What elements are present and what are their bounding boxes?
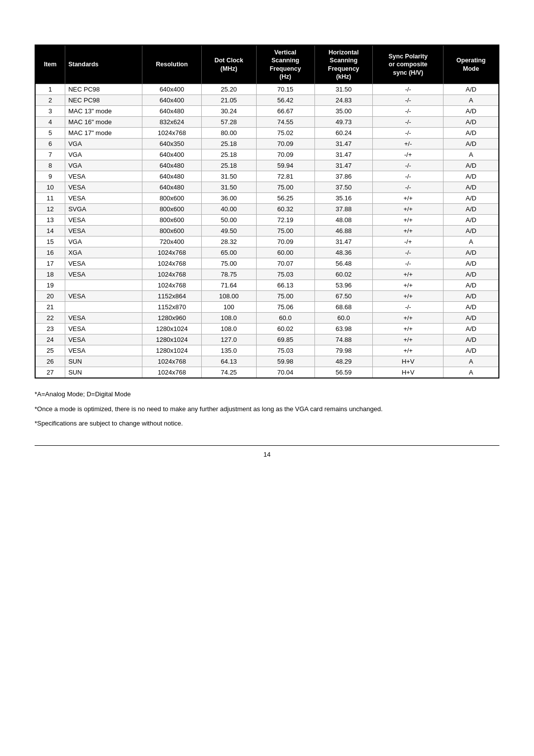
cell-dotclock: 135.0 <box>202 345 256 356</box>
cell-sync: -/+ <box>373 236 444 247</box>
cell-vertical: 75.00 <box>256 226 314 236</box>
cell-horizontal: 60.02 <box>314 269 373 280</box>
cell-dotclock: 40.00 <box>202 204 256 215</box>
cell-item: 22 <box>35 313 65 324</box>
cell-horizontal: 31.47 <box>314 149 373 160</box>
table-row: 25 VESA 1280x1024 135.0 75.03 79.98 +/+ … <box>35 345 499 356</box>
cell-horizontal: 35.16 <box>314 193 373 204</box>
cell-horizontal: 31.47 <box>314 139 373 149</box>
header-sync: Sync Polarityor compositesync (H/V) <box>373 45 444 84</box>
cell-vertical: 56.42 <box>256 95 314 106</box>
cell-dotclock: 49.50 <box>202 226 256 236</box>
cell-vertical: 75.03 <box>256 345 314 356</box>
cell-resolution: 640x400 <box>142 95 202 106</box>
timing-table: Item Standards Resolution Dot Clock(MHz)… <box>35 45 499 378</box>
cell-resolution: 1024x768 <box>142 367 202 378</box>
table-row: 22 VESA 1280x960 108.0 60.0 60.0 +/+ A/D <box>35 313 499 324</box>
header-vertical: VerticalScanningFrequency(Hz) <box>256 45 314 84</box>
cell-resolution: 640x480 <box>142 106 202 117</box>
cell-item: 16 <box>35 247 65 258</box>
cell-resolution: 640x480 <box>142 182 202 193</box>
cell-horizontal: 37.88 <box>314 204 373 215</box>
cell-dotclock: 25.18 <box>202 149 256 160</box>
cell-mode: A <box>444 95 499 106</box>
cell-standards: XGA <box>65 247 142 258</box>
cell-mode: A/D <box>444 345 499 356</box>
table-row: 8 VGA 640x480 25.18 59.94 31.47 -/- A/D <box>35 160 499 171</box>
cell-vertical: 70.09 <box>256 149 314 160</box>
cell-standards: VESA <box>65 193 142 204</box>
cell-resolution: 1280x1024 <box>142 334 202 345</box>
cell-standards <box>65 302 142 313</box>
table-row: 23 VESA 1280x1024 108.0 60.02 63.98 +/+ … <box>35 324 499 334</box>
footnote-2: *Once a mode is optimized, there is no n… <box>35 404 499 414</box>
cell-resolution: 1024x768 <box>142 269 202 280</box>
cell-resolution: 1280x1024 <box>142 324 202 334</box>
cell-item: 19 <box>35 280 65 291</box>
table-row: 6 VGA 640x350 25.18 70.09 31.47 +/- A/D <box>35 139 499 149</box>
cell-sync: -/- <box>373 84 444 95</box>
header-resolution: Resolution <box>142 45 202 84</box>
table-row: 18 VESA 1024x768 78.75 75.03 60.02 +/+ A… <box>35 269 499 280</box>
cell-sync: -/- <box>373 182 444 193</box>
cell-horizontal: 60.0 <box>314 313 373 324</box>
cell-dotclock: 64.13 <box>202 356 256 367</box>
cell-horizontal: 49.73 <box>314 117 373 128</box>
cell-sync: +/+ <box>373 193 444 204</box>
cell-mode: A/D <box>444 182 499 193</box>
cell-mode: A/D <box>444 313 499 324</box>
cell-mode: A/D <box>444 247 499 258</box>
cell-standards: SVGA <box>65 204 142 215</box>
cell-sync: +/+ <box>373 204 444 215</box>
cell-sync: -/- <box>373 95 444 106</box>
header-horizontal: HorizontalScanningFrequency(kHz) <box>314 45 373 84</box>
cell-dotclock: 25.18 <box>202 139 256 149</box>
cell-mode: A/D <box>444 258 499 269</box>
cell-dotclock: 75.00 <box>202 258 256 269</box>
cell-standards <box>65 280 142 291</box>
cell-standards: VESA <box>65 171 142 182</box>
table-row: 27 SUN 1024x768 74.25 70.04 56.59 H+V A <box>35 367 499 378</box>
cell-resolution: 1280x1024 <box>142 345 202 356</box>
table-row: 12 SVGA 800x600 40.00 60.32 37.88 +/+ A/… <box>35 204 499 215</box>
cell-standards: MAC 16" mode <box>65 117 142 128</box>
cell-standards: VESA <box>65 182 142 193</box>
cell-standards: VESA <box>65 226 142 236</box>
table-row: 2 NEC PC98 640x400 21.05 56.42 24.83 -/-… <box>35 95 499 106</box>
cell-dotclock: 57.28 <box>202 117 256 128</box>
cell-sync: +/- <box>373 139 444 149</box>
page-number: 14 <box>264 451 270 458</box>
cell-sync: -/- <box>373 106 444 117</box>
cell-resolution: 640x350 <box>142 139 202 149</box>
cell-standards: VESA <box>65 215 142 226</box>
table-row: 10 VESA 640x480 31.50 75.00 37.50 -/- A/… <box>35 182 499 193</box>
cell-standards: SUN <box>65 356 142 367</box>
cell-resolution: 640x400 <box>142 84 202 95</box>
cell-horizontal: 24.83 <box>314 95 373 106</box>
cell-dotclock: 108.00 <box>202 291 256 302</box>
cell-dotclock: 25.20 <box>202 84 256 95</box>
table-row: 19 1024x768 71.64 66.13 53.96 +/+ A/D <box>35 280 499 291</box>
cell-horizontal: 67.50 <box>314 291 373 302</box>
cell-mode: A/D <box>444 84 499 95</box>
cell-standards: VESA <box>65 324 142 334</box>
cell-sync: +/+ <box>373 313 444 324</box>
cell-item: 26 <box>35 356 65 367</box>
cell-sync: -/- <box>373 117 444 128</box>
table-row: 7 VGA 640x400 25.18 70.09 31.47 -/+ A <box>35 149 499 160</box>
cell-dotclock: 71.64 <box>202 280 256 291</box>
cell-horizontal: 31.47 <box>314 236 373 247</box>
cell-sync: -/- <box>373 160 444 171</box>
cell-item: 25 <box>35 345 65 356</box>
cell-item: 18 <box>35 269 65 280</box>
cell-resolution: 1024x768 <box>142 258 202 269</box>
cell-horizontal: 63.98 <box>314 324 373 334</box>
cell-mode: A/D <box>444 128 499 139</box>
cell-vertical: 70.09 <box>256 236 314 247</box>
cell-sync: -/- <box>373 171 444 182</box>
cell-item: 17 <box>35 258 65 269</box>
cell-dotclock: 100 <box>202 302 256 313</box>
cell-mode: A/D <box>444 160 499 171</box>
table-row: 16 XGA 1024x768 65.00 60.00 48.36 -/- A/… <box>35 247 499 258</box>
cell-item: 4 <box>35 117 65 128</box>
